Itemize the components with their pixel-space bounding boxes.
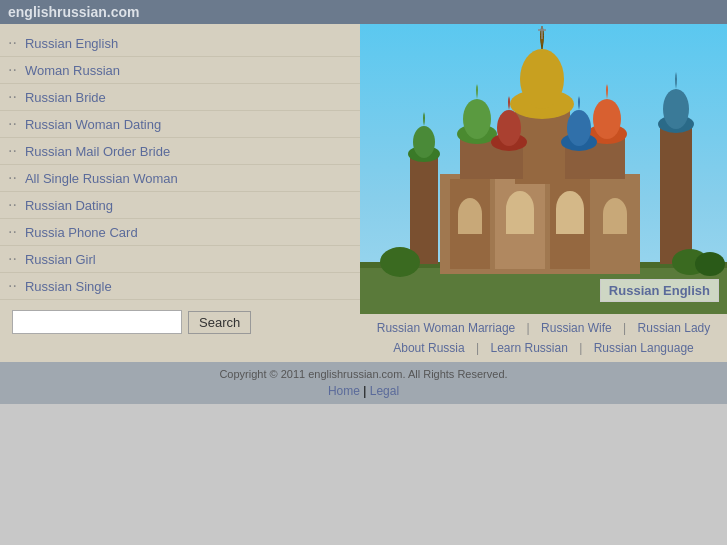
nav-link-russian-woman-dating[interactable]: Russian Woman Dating xyxy=(25,117,161,132)
search-button[interactable]: Search xyxy=(188,311,251,334)
svg-point-35 xyxy=(497,110,521,146)
search-input[interactable] xyxy=(12,310,182,334)
nav-item-russia-phone-card[interactable]: ··Russia Phone Card xyxy=(0,219,360,246)
footer: Copyright © 2011 englishrussian.com. All… xyxy=(0,362,727,404)
nav-list: ··Russian English··Woman Russian··Russia… xyxy=(0,30,360,300)
svg-point-26 xyxy=(593,99,621,139)
svg-point-38 xyxy=(567,110,591,146)
nav-bullet-icon: ·· xyxy=(8,143,17,159)
nav-bullet-icon: ·· xyxy=(8,89,17,105)
nav-link-russian-dating[interactable]: Russian Dating xyxy=(25,198,113,213)
nav-link-russian-english[interactable]: Russian English xyxy=(25,36,118,51)
nav-bullet-icon: ·· xyxy=(8,170,17,186)
footer-link-legal[interactable]: Legal xyxy=(370,384,399,398)
nav-link-woman-russian[interactable]: Woman Russian xyxy=(25,63,120,78)
pipe-1: | xyxy=(527,321,530,335)
copyright-text: Copyright © 2011 englishrussian.com. All… xyxy=(8,366,719,382)
nav-item-woman-russian[interactable]: ··Woman Russian xyxy=(0,57,360,84)
svg-rect-27 xyxy=(410,154,438,264)
nav-item-russian-english[interactable]: ··Russian English xyxy=(0,30,360,57)
svg-point-41 xyxy=(695,252,725,276)
link-about-russia[interactable]: About Russia xyxy=(393,341,464,355)
nav-item-russian-dating[interactable]: ··Russian Dating xyxy=(0,192,360,219)
right-panel: Russian English Russian Woman Marriage |… xyxy=(360,24,727,362)
nav-bullet-icon: ·· xyxy=(8,35,17,51)
svg-rect-9 xyxy=(458,214,482,234)
pipe-4: | xyxy=(579,341,582,355)
nav-bullet-icon: ·· xyxy=(8,278,17,294)
search-area: Search xyxy=(0,300,360,344)
nav-item-russian-single[interactable]: ··Russian Single xyxy=(0,273,360,300)
svg-point-32 xyxy=(663,89,689,129)
nav-bullet-icon: ·· xyxy=(8,197,17,213)
footer-link-home[interactable]: Home xyxy=(328,384,360,398)
nav-link-russian-single[interactable]: Russian Single xyxy=(25,279,112,294)
nav-bullet-icon: ·· xyxy=(8,224,17,240)
svg-point-23 xyxy=(463,99,491,139)
link-learn-russian[interactable]: Learn Russian xyxy=(490,341,567,355)
link-russian-language[interactable]: Russian Language xyxy=(594,341,694,355)
nav-bullet-icon: ·· xyxy=(8,62,17,78)
site-title: englishrussian.com xyxy=(8,4,139,20)
nav-item-russian-mail-order-bride[interactable]: ··Russian Mail Order Bride xyxy=(0,138,360,165)
svg-rect-30 xyxy=(660,124,692,264)
svg-rect-15 xyxy=(603,214,627,234)
image-overlay-label: Russian English xyxy=(600,279,719,302)
pipe-2: | xyxy=(623,321,626,335)
nav-bullet-icon: ·· xyxy=(8,116,17,132)
nav-link-russian-bride[interactable]: Russian Bride xyxy=(25,90,106,105)
links-bottom-area: Russian Woman Marriage | Russian Wife | … xyxy=(360,314,727,362)
nav-link-russian-mail-order-bride[interactable]: Russian Mail Order Bride xyxy=(25,144,170,159)
links-row-2: About Russia | Learn Russian | Russian L… xyxy=(368,338,719,358)
svg-point-39 xyxy=(380,247,420,277)
cathedral-svg xyxy=(360,24,727,314)
nav-link-russia-phone-card[interactable]: Russia Phone Card xyxy=(25,225,138,240)
nav-item-russian-woman-dating[interactable]: ··Russian Woman Dating xyxy=(0,111,360,138)
header: englishrussian.com xyxy=(0,0,727,24)
link-russian-wife[interactable]: Russian Wife xyxy=(541,321,612,335)
svg-rect-11 xyxy=(506,209,534,234)
nav-bullet-icon: ·· xyxy=(8,251,17,267)
svg-point-18 xyxy=(520,49,564,109)
cathedral-image: Russian English xyxy=(360,24,727,314)
svg-rect-13 xyxy=(556,209,584,234)
nav-link-all-single-russian-woman[interactable]: All Single Russian Woman xyxy=(25,171,178,186)
bottom-gray-area xyxy=(0,404,727,544)
nav-item-all-single-russian-woman[interactable]: ··All Single Russian Woman xyxy=(0,165,360,192)
link-russian-woman-marriage[interactable]: Russian Woman Marriage xyxy=(377,321,516,335)
svg-point-29 xyxy=(413,126,435,158)
nav-item-russian-bride[interactable]: ··Russian Bride xyxy=(0,84,360,111)
nav-link-russian-girl[interactable]: Russian Girl xyxy=(25,252,96,267)
pipe-3: | xyxy=(476,341,479,355)
footer-links: Home | Legal xyxy=(8,382,719,400)
left-panel: ··Russian English··Woman Russian··Russia… xyxy=(0,24,360,362)
nav-item-russian-girl[interactable]: ··Russian Girl xyxy=(0,246,360,273)
link-russian-lady[interactable]: Russian Lady xyxy=(638,321,711,335)
links-row-1: Russian Woman Marriage | Russian Wife | … xyxy=(368,318,719,338)
